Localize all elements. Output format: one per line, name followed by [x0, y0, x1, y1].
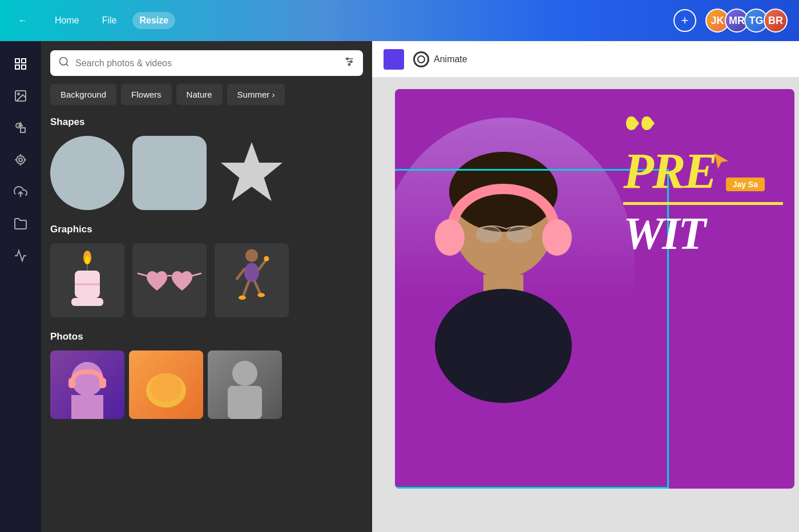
- collaborators: JK MR TG BR: [705, 9, 788, 33]
- sidebar-item-upload[interactable]: [7, 178, 34, 205]
- person-circle: [395, 118, 635, 414]
- shape-circle: [50, 136, 124, 210]
- elements-panel: Background Flowers Nature Summer › Shape…: [41, 41, 372, 532]
- svg-point-26: [85, 256, 90, 264]
- shapes-row: [50, 136, 363, 210]
- svg-point-49: [232, 361, 257, 386]
- svg-point-58: [477, 227, 502, 243]
- card-title-sub: WIT: [623, 211, 783, 256]
- svg-point-34: [245, 249, 258, 262]
- filter-icon[interactable]: [344, 56, 355, 70]
- svg-rect-50: [228, 386, 262, 419]
- search-bar: [50, 50, 363, 76]
- svg-point-42: [257, 293, 265, 297]
- svg-point-21: [346, 58, 348, 59]
- shape-star: [215, 136, 289, 210]
- sidebar-item-draw[interactable]: [7, 146, 34, 174]
- photos-row: [50, 350, 363, 419]
- svg-line-32: [138, 273, 147, 276]
- svg-line-33: [192, 273, 201, 276]
- svg-point-56: [435, 219, 465, 256]
- graphic-candle[interactable]: [50, 243, 124, 317]
- search-icon: [58, 56, 70, 70]
- svg-point-38: [264, 256, 269, 261]
- animate-label: Animate: [434, 54, 467, 65]
- svg-rect-46: [99, 378, 106, 388]
- shape-rounded-rect: [132, 136, 207, 210]
- graphics-section-label: Graphics: [50, 224, 363, 235]
- svg-point-16: [60, 58, 67, 65]
- svg-rect-3: [22, 65, 26, 69]
- add-button[interactable]: +: [673, 9, 696, 32]
- sidebar-item-charts[interactable]: [7, 242, 34, 269]
- search-input[interactable]: [75, 58, 344, 68]
- svg-rect-44: [71, 395, 103, 419]
- svg-marker-24: [221, 142, 283, 201]
- svg-rect-7: [21, 128, 25, 132]
- svg-rect-45: [68, 378, 75, 388]
- svg-line-40: [255, 282, 260, 293]
- shape-star-item[interactable]: [215, 136, 289, 210]
- svg-point-5: [18, 93, 19, 95]
- back-button[interactable]: ←: [11, 12, 34, 29]
- svg-point-9: [17, 156, 25, 164]
- graphic-figure[interactable]: [215, 243, 289, 317]
- card-divider: [623, 202, 783, 205]
- person-svg: [395, 118, 635, 414]
- sidebar-item-photos[interactable]: [7, 82, 34, 110]
- photo-orange-thumb[interactable]: [129, 350, 203, 419]
- tag-flowers[interactable]: Flowers: [121, 84, 172, 105]
- tag-nature[interactable]: Nature: [176, 84, 223, 105]
- sidebar-item-grid[interactable]: [7, 50, 34, 78]
- animate-icon: [413, 51, 429, 67]
- svg-point-55: [435, 289, 572, 403]
- file-button[interactable]: File: [95, 12, 124, 29]
- main-layout: Background Flowers Nature Summer › Shape…: [0, 41, 799, 532]
- animate-inner-circle: [417, 55, 425, 63]
- svg-point-23: [348, 63, 350, 65]
- shapes-section-label: Shapes: [50, 116, 363, 128]
- topbar: ← Home File Resize + JK MR TG BR: [0, 0, 799, 41]
- tag-pills: Background Flowers Nature Summer ›: [50, 84, 363, 105]
- home-button[interactable]: Home: [48, 12, 86, 29]
- svg-rect-2: [15, 65, 19, 69]
- resize-button[interactable]: Resize: [132, 12, 175, 29]
- svg-point-48: [150, 373, 182, 402]
- svg-rect-1: [22, 59, 26, 63]
- cursor-arrow: [712, 152, 731, 172]
- svg-line-36: [237, 269, 244, 279]
- shape-circle-item[interactable]: [50, 136, 124, 210]
- sidebar-item-folders[interactable]: [7, 210, 34, 237]
- svg-rect-0: [15, 59, 19, 63]
- svg-line-17: [66, 64, 68, 66]
- photo-headphones-thumb[interactable]: [50, 350, 124, 419]
- canvas-toolbar: Animate: [372, 41, 799, 78]
- brand-logo: [623, 112, 657, 135]
- avatar[interactable]: BR: [764, 9, 788, 33]
- svg-point-59: [507, 227, 532, 243]
- icon-sidebar: [0, 41, 41, 532]
- svg-point-22: [350, 61, 352, 62]
- svg-point-41: [239, 296, 246, 300]
- tag-background[interactable]: Background: [50, 84, 116, 105]
- tag-summer[interactable]: Summer ›: [227, 84, 285, 105]
- canvas-content[interactable]: Jay Sa: [372, 78, 799, 532]
- shape-rounded-item[interactable]: [132, 136, 207, 210]
- sidebar-item-elements[interactable]: [7, 114, 34, 142]
- svg-point-35: [244, 263, 259, 282]
- svg-point-10: [19, 158, 22, 162]
- svg-point-43: [71, 362, 103, 396]
- color-swatch[interactable]: [384, 49, 404, 70]
- graphics-row: [50, 243, 363, 317]
- user-cursor-label: Jay Sa: [726, 178, 765, 191]
- canvas-area: Animate Jay Sa: [372, 41, 799, 532]
- photos-section-label: Photos: [50, 331, 363, 342]
- design-card: PRE WIT: [395, 89, 794, 489]
- graphic-sunglasses[interactable]: [132, 243, 207, 317]
- photo-grey-thumb[interactable]: [208, 350, 282, 419]
- svg-rect-30: [71, 298, 103, 306]
- svg-point-57: [542, 219, 572, 256]
- svg-line-39: [243, 282, 248, 296]
- animate-button[interactable]: Animate: [413, 51, 467, 67]
- svg-line-37: [259, 261, 265, 269]
